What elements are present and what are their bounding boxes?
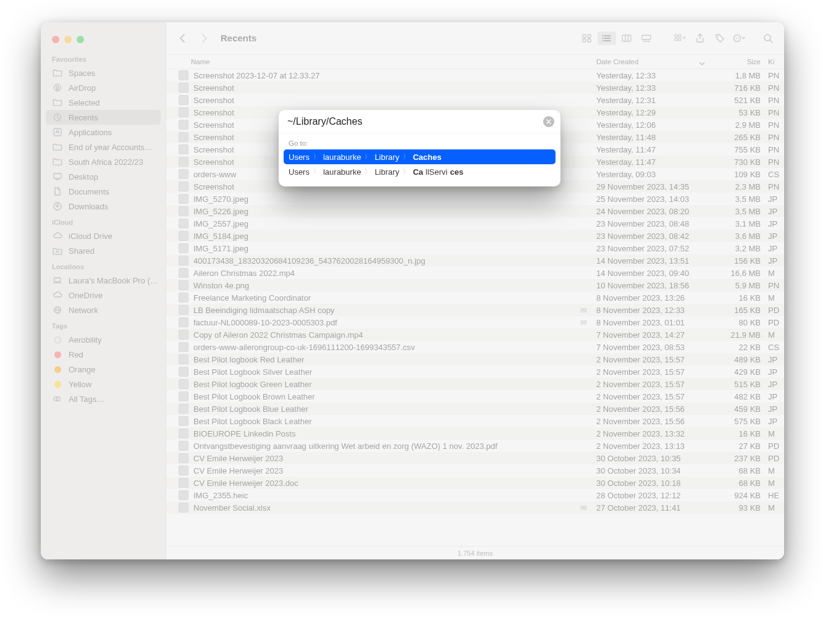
- sidebar-item[interactable]: All Tags…: [41, 391, 166, 406]
- file-row[interactable]: Ontvangstbevestiging aanvraag uitkering …: [166, 440, 784, 452]
- group-menu-button[interactable]: [672, 30, 689, 46]
- file-size: 755 KB: [709, 145, 766, 154]
- col-date[interactable]: Date Created: [596, 58, 709, 65]
- download-icon: [52, 201, 63, 212]
- clear-input-button[interactable]: [543, 116, 554, 127]
- sidebar-item[interactable]: Laura's MacBook Pro (…: [41, 273, 166, 288]
- file-name: IMG_5184.jpeg: [193, 232, 248, 241]
- svg-line-42: [770, 40, 772, 43]
- file-row[interactable]: Best Pilot logbook Red Leather2 November…: [166, 353, 784, 366]
- file-date: Yesterday, 12:29: [596, 108, 709, 117]
- file-kind: M: [766, 269, 784, 278]
- share-button[interactable]: [691, 30, 709, 46]
- sidebar-item[interactable]: Selected: [41, 95, 166, 110]
- file-row[interactable]: Winston 4e.png10 November 2023, 18:565,9…: [166, 279, 784, 291]
- sidebar-item[interactable]: Recents: [46, 110, 161, 125]
- file-date: Yesterday, 11:47: [596, 145, 709, 154]
- file-thumb-icon: [179, 293, 188, 303]
- file-row[interactable]: ScreenshotYesterday, 12:33716 KBPN: [166, 82, 784, 94]
- sidebar-item[interactable]: Spaces: [41, 65, 166, 80]
- file-row[interactable]: LB Beeindiging lidmaatschap ASH copy✉8 N…: [166, 304, 784, 316]
- svg-rect-25: [622, 35, 631, 41]
- sidebar-section-label: Locations: [52, 263, 166, 270]
- sidebar-item-label: Orange: [69, 365, 95, 374]
- file-row[interactable]: IMG_5226.jpeg24 November 2023, 08:203,5 …: [166, 205, 784, 217]
- goto-input[interactable]: [287, 116, 543, 127]
- file-name: Best Pilot Logbook Brown Leather: [193, 392, 315, 401]
- sidebar-item[interactable]: Desktop: [41, 169, 166, 184]
- cloud-icon: [52, 230, 63, 241]
- sidebar-item[interactable]: iCloud Drive: [41, 228, 166, 243]
- file-row[interactable]: 400173438_18320320684109236_543762002816…: [166, 254, 784, 267]
- file-row[interactable]: orders-www-ailerongroup-co-uk-1696111200…: [166, 341, 784, 353]
- file-thumb-icon: [179, 70, 188, 80]
- file-row[interactable]: CV Emile Herweijer 202330 October 2023, …: [166, 464, 784, 477]
- sidebar-item-label: South Africa 2022/23: [69, 157, 143, 167]
- file-row[interactable]: BIOEUROPE Linkedin Posts2 November 2023,…: [166, 427, 784, 440]
- sidebar-item[interactable]: End of year Accounts…: [41, 140, 166, 154]
- sidebar-item[interactable]: Red: [41, 347, 166, 362]
- file-row[interactable]: IMG_2557.jpeg23 November 2023, 08:483,1 …: [166, 217, 784, 230]
- file-row[interactable]: Screenshot 2023-12-07 at 12.33.27Yesterd…: [166, 69, 784, 82]
- file-thumb-icon: [179, 83, 188, 93]
- file-thumb-icon: [179, 280, 188, 290]
- globe-icon: [52, 304, 63, 316]
- sidebar-item[interactable]: Downloads: [41, 199, 166, 214]
- sidebar-item[interactable]: Aerobility: [41, 332, 166, 347]
- col-kind[interactable]: Ki: [766, 58, 784, 65]
- search-button[interactable]: [759, 30, 777, 46]
- file-kind: M: [766, 466, 784, 475]
- actions-menu-button[interactable]: [731, 30, 748, 46]
- file-row[interactable]: Best Pilot Logbook Blue Leather2 Novembe…: [166, 403, 784, 415]
- file-row[interactable]: IMG_5184.jpeg23 November 2023, 08:423,6 …: [166, 230, 784, 242]
- file-row[interactable]: November Social.xlsx✉27 October 2023, 11…: [166, 501, 784, 514]
- file-row[interactable]: Copy of Aileron 2022 Christmas Campaign.…: [166, 328, 784, 341]
- file-date: 28 October 2023, 12:12: [596, 491, 709, 500]
- file-row[interactable]: IMG_5171.jpeg23 November 2023, 07:523,2 …: [166, 242, 784, 254]
- forward-button[interactable]: [196, 30, 213, 46]
- file-row[interactable]: IMG_5270.jpeg25 November 2023, 14:033,5 …: [166, 193, 784, 205]
- file-name: Screenshot: [193, 83, 234, 93]
- close-window-button[interactable]: [52, 36, 59, 43]
- file-row[interactable]: ScreenshotYesterday, 12:31521 KBPN: [166, 94, 784, 106]
- col-name[interactable]: Name: [166, 58, 596, 65]
- file-row[interactable]: Best Pilot Logbook Brown Leather2 Novemb…: [166, 390, 784, 403]
- sidebar-item[interactable]: South Africa 2022/23: [41, 154, 166, 169]
- sidebar-item[interactable]: OneDrive: [41, 288, 166, 303]
- file-row[interactable]: Best Pilot Logbook Black Leather2 Novemb…: [166, 415, 784, 427]
- sidebar-item[interactable]: Shared: [41, 243, 166, 258]
- file-size: 716 KB: [709, 83, 766, 93]
- file-name: Screenshot: [193, 133, 234, 142]
- svg-rect-4: [54, 174, 61, 178]
- file-date: 8 November 2023, 13:26: [596, 293, 709, 303]
- col-size[interactable]: Size: [709, 58, 766, 65]
- file-row[interactable]: Best Pilot Logbook Silver Leather2 Novem…: [166, 366, 784, 378]
- view-list-button[interactable]: [598, 31, 616, 45]
- sidebar-item[interactable]: Applications: [41, 125, 166, 140]
- minimize-window-button[interactable]: [64, 36, 72, 43]
- back-button[interactable]: [174, 30, 191, 46]
- svg-rect-35: [678, 38, 681, 41]
- view-column-button[interactable]: [617, 31, 636, 45]
- file-row[interactable]: Best Pilot logbook Green Leather2 Novemb…: [166, 378, 784, 390]
- sidebar-item[interactable]: AirDrop: [41, 80, 166, 95]
- sidebar-item[interactable]: Documents: [41, 184, 166, 199]
- file-row[interactable]: IMG_2355.heic28 October 2023, 12:12924 K…: [166, 489, 784, 501]
- sidebar-item[interactable]: Yellow: [41, 377, 166, 391]
- sidebar-item[interactable]: Orange: [41, 362, 166, 377]
- file-size: 575 KB: [709, 417, 766, 426]
- sidebar-item[interactable]: Network: [41, 303, 166, 317]
- file-row[interactable]: Freelance Marketing Coordinator8 Novembe…: [166, 291, 784, 304]
- goto-input-row: [279, 110, 560, 133]
- zoom-window-button[interactable]: [77, 36, 84, 43]
- file-size: 2,9 MB: [709, 120, 766, 130]
- goto-suggestion[interactable]: Users〉lauraburke〉Library〉CallServices: [281, 164, 558, 179]
- file-row[interactable]: CV Emile Herweijer 202330 October 2023, …: [166, 452, 784, 464]
- file-row[interactable]: CV Emile Herweijer 2023.doc30 October 20…: [166, 477, 784, 489]
- view-gallery-button[interactable]: [637, 31, 656, 45]
- tags-button[interactable]: [711, 30, 729, 46]
- goto-suggestion[interactable]: Users〉lauraburke〉Library〉Caches: [284, 149, 556, 164]
- file-row[interactable]: Aileron Christmas 2022.mp414 November 20…: [166, 267, 784, 279]
- file-row[interactable]: factuur-NL000089-10-2023-0005303.pdf✉8 N…: [166, 316, 784, 328]
- view-icon-button[interactable]: [578, 31, 596, 45]
